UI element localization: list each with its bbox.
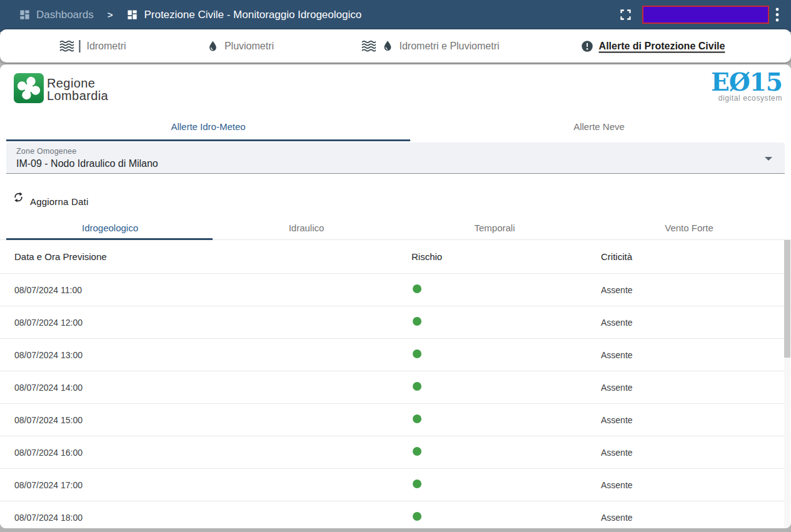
row-datetime: 08/07/2024 16:00 — [14, 448, 411, 458]
row-datetime: 08/07/2024 11:00 — [14, 285, 411, 295]
waves-icon — [59, 39, 74, 53]
nav-tab-pluviometri[interactable]: Pluviometri — [206, 39, 274, 53]
alert-circle-icon — [581, 39, 594, 53]
tab-vento-forte[interactable]: Vento Forte — [665, 223, 713, 233]
table-row: 08/07/2024 13:00 Assente — [0, 339, 791, 371]
risk-category-tabs: Idrogeologico Idraulico Temporali Vento … — [0, 213, 791, 240]
forecast-table: Data e Ora Previsione Rischio Criticità … — [0, 240, 791, 528]
tab-allerte-idro-meteo[interactable]: Allerte Idro-Meteo — [171, 121, 245, 132]
table-scrollbar[interactable] — [784, 240, 790, 528]
alert-type-tabs: Allerte Idro-Meteo Allerte Neve — [0, 111, 791, 141]
select-label: Zone Omogenee — [16, 147, 76, 156]
row-criticality: Assente — [601, 480, 791, 490]
col-header-criticality: Criticità — [601, 251, 791, 262]
table-row: 08/07/2024 12:00 Assente — [0, 306, 791, 339]
page: Dashboards > Protezione Civile - Monitor… — [0, 0, 791, 532]
tab-temporali[interactable]: Temporali — [474, 223, 515, 233]
page-title: Protezione Civile - Monitoraggio Idrogeo… — [144, 9, 361, 21]
col-header-risk: Rischio — [411, 251, 601, 262]
row-datetime: 08/07/2024 13:00 — [14, 350, 411, 360]
active-tab-underline — [6, 139, 410, 141]
drop-icon — [381, 39, 394, 53]
kebab-menu-icon[interactable] — [775, 8, 779, 22]
row-criticality: Assente — [601, 350, 791, 360]
redacted-user-info — [642, 6, 769, 24]
nav-tab-label: Idrometri — [86, 41, 126, 52]
content-card: Regione Lombardia EØ15 digital ecosystem… — [0, 64, 791, 528]
refresh-data-button[interactable]: Aggiorna Dati — [13, 191, 89, 207]
dashboard-grid-icon — [126, 9, 138, 21]
breadcrumb: Dashboards > Protezione Civile - Monitor… — [19, 0, 361, 29]
lombardia-wordmark: Regione Lombardia — [47, 77, 108, 102]
row-criticality: Assente — [601, 415, 791, 425]
main-nav-tabs: Idrometri Pluviometri Idrometri e Pluvio… — [0, 29, 791, 63]
row-criticality: Assente — [601, 513, 791, 523]
fullscreen-icon[interactable] — [619, 8, 632, 21]
e015-tagline: digital ecosystem — [711, 94, 782, 103]
nav-tab-label: Pluviometri — [224, 41, 274, 52]
risk-indicator-dot — [413, 349, 421, 358]
risk-indicator-dot — [413, 447, 421, 456]
regione-lombardia-logo: Regione Lombardia — [14, 73, 108, 106]
risk-indicator-dot — [413, 382, 421, 391]
table-row: 08/07/2024 15:00 Assente — [0, 404, 791, 436]
table-row: 08/07/2024 11:00 Assente — [0, 274, 791, 306]
refresh-button-label: Aggiorna Dati — [30, 196, 89, 207]
tab-idrogeologico[interactable]: Idrogeologico — [82, 223, 138, 233]
row-datetime: 08/07/2024 15:00 — [14, 415, 411, 425]
risk-indicator-dot — [413, 414, 421, 423]
nav-tab-idrometri[interactable]: Idrometri — [59, 39, 126, 53]
table-row: 08/07/2024 14:00 Assente — [0, 371, 791, 404]
nav-tab-label: Allerte di Protezione Civile — [599, 41, 725, 52]
tab-allerte-neve[interactable]: Allerte Neve — [573, 121, 625, 132]
zone-omogenee-select[interactable]: Zone Omogenee IM-09 - Nodo Idraulico di … — [6, 143, 785, 174]
row-criticality: Assente — [601, 383, 791, 393]
chevron-down-icon — [765, 157, 772, 161]
rosa-camuna-icon — [14, 73, 44, 106]
row-datetime: 08/07/2024 18:00 — [14, 513, 411, 523]
breadcrumb-dashboards-link[interactable]: Dashboards — [36, 9, 94, 21]
tab-idraulico[interactable]: Idraulico — [289, 223, 325, 233]
topbar-actions — [619, 0, 791, 29]
cursor-caret — [79, 40, 80, 53]
e015-logo: EØ15 digital ecosystem — [711, 69, 782, 103]
select-value: IM-09 - Nodo Idraulico di Milano — [16, 158, 158, 169]
row-criticality: Assente — [601, 285, 791, 295]
e015-wordmark: EØ15 — [711, 69, 782, 95]
risk-indicator-dot — [413, 479, 421, 488]
risk-indicator-dot — [413, 512, 421, 521]
row-criticality: Assente — [601, 318, 791, 328]
nav-tab-idrometri-pluviometri[interactable]: Idrometri e Pluviometri — [361, 39, 499, 53]
refresh-icon — [13, 191, 24, 203]
topbar: Dashboards > Protezione Civile - Monitor… — [0, 0, 791, 32]
breadcrumb-separator: > — [108, 9, 113, 20]
nav-tab-label: Idrometri e Pluviometri — [399, 41, 499, 52]
table-row: 08/07/2024 16:00 Assente — [0, 436, 791, 469]
row-datetime: 08/07/2024 17:00 — [14, 480, 411, 490]
nav-tab-allerte-protezione-civile[interactable]: Allerte di Protezione Civile — [581, 39, 725, 53]
dashboards-grid-icon — [19, 9, 31, 21]
risk-indicator-dot — [413, 317, 421, 326]
row-datetime: 08/07/2024 12:00 — [14, 318, 411, 328]
row-datetime: 08/07/2024 14:00 — [14, 383, 411, 393]
drop-icon — [206, 39, 219, 53]
waves-icon — [361, 39, 376, 53]
row-criticality: Assente — [601, 448, 791, 458]
risk-indicator-dot — [413, 284, 421, 293]
table-row: 08/07/2024 17:00 Assente — [0, 469, 791, 501]
table-row: 08/07/2024 18:00 Assente — [0, 501, 791, 528]
scrollbar-thumb[interactable] — [784, 240, 790, 358]
col-header-datetime: Data e Ora Previsione — [14, 251, 411, 262]
table-header-row: Data e Ora Previsione Rischio Criticità — [0, 240, 791, 274]
